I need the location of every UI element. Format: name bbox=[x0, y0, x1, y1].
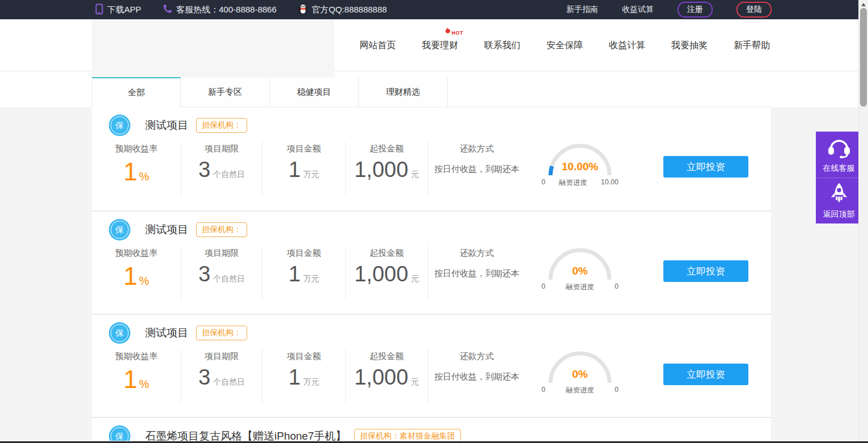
guarantee-badge-icon: 保 bbox=[109, 219, 130, 241]
project-card: 保 测试项目 担保机构： 预期收益率 1% 项目期限 3个自然日 项目金额 1万… bbox=[92, 314, 771, 417]
nav-item-contact[interactable]: 联系我们 bbox=[484, 40, 521, 52]
project-term-stat: 项目期限 3个自然日 bbox=[181, 141, 262, 196]
guarantee-badge-icon: 保 bbox=[109, 115, 130, 136]
guarantee-tag: 担保机构： bbox=[196, 222, 247, 237]
project-title[interactable]: 测试项目 bbox=[145, 326, 188, 340]
gauge-max: 10.00 bbox=[601, 178, 619, 188]
gauge-caption: 融资进度 bbox=[559, 178, 587, 188]
floating-widgets: 在线客服 返回顶部 bbox=[816, 132, 862, 223]
expected-return-stat: 预期收益率 1% bbox=[92, 141, 181, 196]
guarantee-tag: 担保机构： bbox=[196, 326, 247, 340]
register-button[interactable]: 注册 bbox=[678, 2, 713, 18]
nav-menu: 网站首页 HOT 我要理财 联系我们 安全保障 收益计算 我要抽奖 新手帮助 bbox=[359, 19, 770, 71]
guarantee-badge-icon: 保 bbox=[109, 425, 130, 441]
qq-link[interactable]: 官方QQ:888888888 bbox=[298, 3, 387, 16]
download-app-link[interactable]: 下载APP bbox=[95, 3, 141, 16]
invest-now-button[interactable]: 立即投资 bbox=[663, 156, 748, 178]
gauge-max: 0 bbox=[615, 386, 619, 395]
invest-now-button[interactable]: 立即投资 bbox=[663, 364, 748, 385]
page: 下载APP 客服热线：400-8888-8866 官方QQ:888888888 … bbox=[0, 0, 868, 443]
project-title[interactable]: 测试项目 bbox=[145, 222, 188, 237]
project-term-stat: 项目期限 3个自然日 bbox=[181, 246, 262, 300]
qq-penguin-icon bbox=[298, 3, 308, 16]
funding-progress-gauge: 0% 0 融资进度 0 bbox=[540, 349, 620, 395]
gauge-min: 0 bbox=[541, 386, 545, 395]
repayment-method: 还款方式 按日付收益，到期还本 bbox=[428, 141, 526, 175]
gauge-min: 0 bbox=[541, 178, 545, 188]
hotline-link[interactable]: 客服热线：400-8888-8866 bbox=[163, 4, 277, 15]
repayment-method: 还款方式 按日付收益，到期还本 bbox=[428, 246, 526, 279]
tab-all[interactable]: 全部 bbox=[92, 77, 181, 107]
project-amount-stat: 项目金额 1万元 bbox=[262, 141, 346, 196]
gauge-caption: 融资进度 bbox=[566, 386, 594, 395]
funding-percent: 10.00% bbox=[540, 161, 620, 173]
project-card: 保 石墨烯项目复古风格【赠送iPhone7手机】 担保机构：素材猫金融集团 bbox=[92, 417, 771, 441]
gauge-min: 0 bbox=[541, 282, 545, 292]
hotline-label: 客服热线：400-8888-8866 bbox=[176, 5, 277, 15]
guarantee-tag: 担保机构：素材猫金融集团 bbox=[354, 429, 461, 441]
tab-newbie-zone[interactable]: 新手专区 bbox=[181, 77, 270, 107]
online-service-widget[interactable]: 在线客服 bbox=[816, 132, 862, 178]
min-invest-stat: 起投金额 1,000元 bbox=[346, 349, 428, 403]
nav-item-invest-label: 我要理财 bbox=[422, 40, 458, 50]
top-utility-bar: 下载APP 客服热线：400-8888-8866 官方QQ:888888888 … bbox=[0, 0, 868, 19]
nav-item-home[interactable]: 网站首页 bbox=[359, 40, 396, 52]
scrollbar[interactable] bbox=[858, 0, 868, 443]
scrollbar-thumb[interactable] bbox=[860, 8, 867, 107]
funding-progress-gauge: 10.00% 0 融资进度 10.00 bbox=[540, 141, 620, 188]
min-invest-stat: 起投金额 1,000元 bbox=[346, 246, 428, 300]
mobile-phone-icon bbox=[95, 3, 103, 16]
qq-label: 官方QQ:888888888 bbox=[312, 5, 387, 15]
guarantee-tag: 担保机构： bbox=[196, 118, 247, 133]
back-to-top-label: 返回顶部 bbox=[823, 209, 855, 220]
project-amount-stat: 项目金额 1万元 bbox=[262, 246, 346, 300]
project-filter-tabs: 全部 新手专区 稳健项目 理财精选 bbox=[92, 77, 771, 107]
gauge-caption: 融资进度 bbox=[566, 282, 594, 292]
project-title[interactable]: 测试项目 bbox=[145, 118, 188, 133]
repayment-method: 还款方式 按日付收益，到期还本 bbox=[428, 349, 526, 382]
expected-return-stat: 预期收益率 1% bbox=[92, 246, 181, 300]
phone-handset-icon bbox=[163, 4, 172, 15]
logo-placeholder bbox=[92, 19, 335, 77]
nav-item-calculator[interactable]: 收益计算 bbox=[608, 40, 646, 52]
guarantee-badge-icon: 保 bbox=[109, 322, 130, 344]
project-title[interactable]: 石墨烯项目复古风格【赠送iPhone7手机】 bbox=[145, 429, 346, 441]
project-list: 保 测试项目 担保机构： 预期收益率 1% 项目期限 3个自然日 项目金额 1万… bbox=[92, 107, 771, 441]
hot-badge: HOT bbox=[443, 27, 464, 36]
headset-icon bbox=[827, 132, 852, 163]
online-service-label: 在线客服 bbox=[823, 163, 855, 174]
rocket-icon bbox=[828, 178, 850, 209]
tab-featured[interactable]: 理财精选 bbox=[359, 77, 448, 107]
profit-trial-link[interactable]: 收益试算 bbox=[622, 5, 654, 15]
tab-filler bbox=[448, 77, 771, 107]
nav-item-help[interactable]: 新手帮助 bbox=[733, 40, 770, 52]
project-card: 保 测试项目 担保机构： 预期收益率 1% 项目期限 3个自然日 项目金额 1万… bbox=[92, 210, 771, 314]
gauge-max: 0 bbox=[615, 282, 619, 292]
login-button[interactable]: 登陆 bbox=[736, 2, 772, 18]
tab-stable-projects[interactable]: 稳健项目 bbox=[270, 77, 359, 107]
funding-progress-gauge: 0% 0 融资进度 0 bbox=[540, 246, 620, 292]
funding-percent: 0% bbox=[540, 368, 620, 381]
nav-item-security[interactable]: 安全保障 bbox=[546, 40, 583, 52]
back-to-top-widget[interactable]: 返回顶部 bbox=[816, 178, 862, 223]
newbie-guide-link[interactable]: 新手指南 bbox=[566, 5, 598, 15]
project-card: 保 测试项目 担保机构： 预期收益率 1% 项目期限 3个自然日 项目金额 1万… bbox=[92, 107, 771, 210]
scroll-up-arrow[interactable] bbox=[859, 1, 868, 8]
nav-item-lottery[interactable]: 我要抽奖 bbox=[671, 40, 708, 52]
funding-percent: 0% bbox=[540, 265, 620, 277]
flame-icon bbox=[443, 27, 452, 36]
project-amount-stat: 项目金额 1万元 bbox=[262, 349, 346, 403]
expected-return-stat: 预期收益率 1% bbox=[92, 349, 181, 403]
nav-item-invest[interactable]: HOT 我要理财 bbox=[421, 40, 459, 52]
project-term-stat: 项目期限 3个自然日 bbox=[181, 349, 262, 403]
min-invest-stat: 起投金额 1,000元 bbox=[346, 141, 428, 196]
invest-now-button[interactable]: 立即投资 bbox=[663, 260, 748, 282]
download-app-label: 下载APP bbox=[107, 5, 141, 15]
